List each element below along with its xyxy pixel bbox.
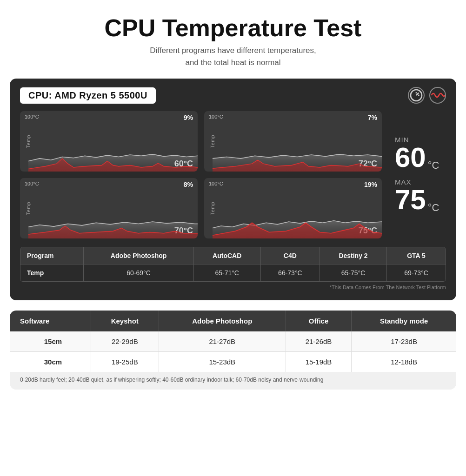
program-header: Program (20, 247, 84, 264)
noise-table: Software Keyshot Adobe Photoshop Office … (10, 311, 456, 372)
photoshop-temp: 60-69°C (84, 264, 193, 282)
table-header-row: Program Adobe Photoshop AutoCAD C4D Dest… (20, 247, 446, 264)
min-unit: °C (428, 159, 439, 172)
min-stat: MIN 60 °C (395, 136, 439, 172)
min-value: 60 (395, 144, 426, 172)
core3-top-label: 100°C (25, 181, 39, 186)
noise-row-15cm: 15cm 22-29dB 21-27dB 21-26dB 17-23dB (10, 331, 456, 352)
data-footnote: *This Data Comes From The Network Test P… (20, 284, 446, 290)
noise-header-row: Software Keyshot Adobe Photoshop Office … (10, 311, 456, 331)
core4-percent: 19% (364, 181, 377, 188)
photoshop-30cm: 15-23dB (159, 352, 286, 372)
standby-header: Standby mode (352, 311, 456, 331)
autocad-header: AutoCAD (193, 247, 260, 264)
noise-row-30cm: 30cm 19-25dB 15-23dB 15-19dB 12-18dB (10, 352, 456, 372)
core4-chart: 100°C Temp 19% 75°C (204, 178, 382, 238)
office-30cm: 15-19dB (286, 352, 351, 372)
core2-top-label: 100°C (209, 114, 223, 119)
stats-panel: MIN 60 °C MAX 75 °C (390, 111, 446, 238)
temp-row-label: Temp (20, 264, 84, 282)
max-stat: MAX 75 °C (395, 178, 439, 214)
card-header: CPU: AMD Ryzen 5 5500U (20, 87, 446, 104)
max-unit: °C (428, 202, 439, 214)
noise-card: Software Keyshot Adobe Photoshop Office … (10, 311, 456, 390)
max-value: 75 (395, 186, 426, 214)
program-temp-table: Program Adobe Photoshop AutoCAD C4D Dest… (20, 247, 446, 282)
gta-header: GTA 5 (387, 247, 446, 264)
core4-top-label: 100°C (209, 181, 223, 186)
keyshot-30cm: 19-25dB (91, 352, 159, 372)
charts-grid: 100°C Temp 9% 60°C (20, 111, 382, 238)
adobe-photoshop-header: Adobe Photoshop (159, 311, 286, 331)
cpu-card: CPU: AMD Ryzen 5 5500U 100°C (10, 79, 456, 300)
c4d-header: C4D (260, 247, 320, 264)
core1-chart: 100°C Temp 9% 60°C (20, 111, 198, 172)
gauge-icon-button[interactable] (408, 87, 425, 104)
cpu-label: CPU: AMD Ryzen 5 5500U (20, 87, 156, 104)
header-icons (408, 87, 446, 104)
distance-30cm: 30cm (10, 352, 91, 372)
c4d-temp: 66-73°C (260, 264, 320, 282)
page-title: CPU Temperature Test (105, 14, 362, 42)
standby-30cm: 12-18dB (352, 352, 456, 372)
gta-temp: 69-73°C (387, 264, 446, 282)
office-header: Office (286, 311, 351, 331)
autocad-temp: 65-71°C (193, 264, 260, 282)
noise-footnote: 0-20dB hardly feel; 20-40dB quiet, as if… (10, 372, 456, 390)
wave-icon-button[interactable] (429, 87, 446, 104)
standby-15cm: 17-23dB (352, 331, 456, 352)
keyshot-header: Keyshot (91, 311, 159, 331)
photoshop-15cm: 21-27dB (159, 331, 286, 352)
core2-chart: 100°C Temp 7% 72°C (204, 111, 382, 172)
core1-top-label: 100°C (25, 114, 39, 119)
distance-15cm: 15cm (10, 331, 91, 352)
office-15cm: 21-26dB (286, 331, 351, 352)
photoshop-header: Adobe Photoshop (84, 247, 193, 264)
destiny-header: Destiny 2 (320, 247, 386, 264)
software-header: Software (10, 311, 91, 331)
core3-chart: 100°C Temp 8% 70°C (20, 178, 198, 238)
destiny-temp: 65-75°C (320, 264, 386, 282)
temp-row: Temp 60-69°C 65-71°C 66-73°C 65-75°C 69-… (20, 264, 446, 282)
keyshot-15cm: 22-29dB (91, 331, 159, 352)
core1-percent: 9% (184, 114, 193, 121)
core2-percent: 7% (368, 114, 377, 121)
core3-percent: 8% (184, 181, 193, 188)
page-subtitle: Different programs have different temper… (150, 45, 316, 68)
charts-area: 100°C Temp 9% 60°C (20, 111, 446, 238)
